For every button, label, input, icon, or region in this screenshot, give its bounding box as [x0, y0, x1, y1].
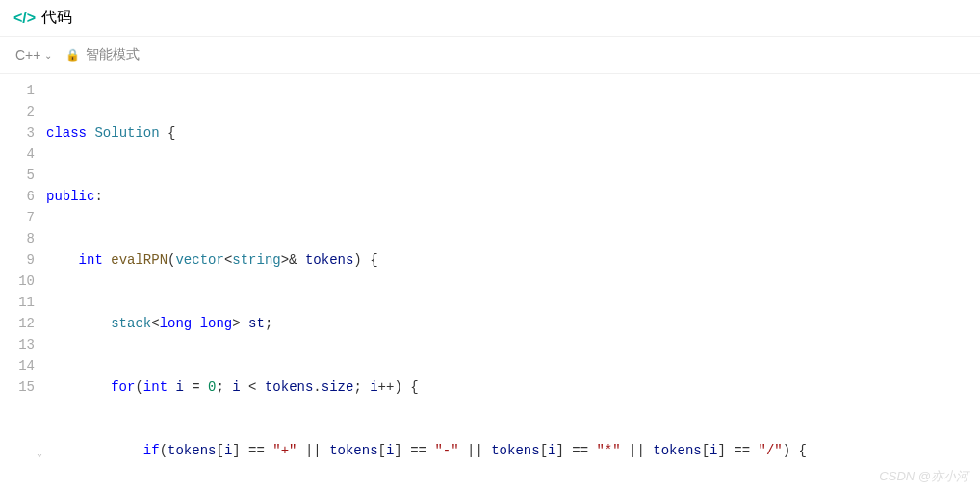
code-line: int evalRPN(vector<string>& tokens) { — [46, 249, 980, 271]
code-icon: </> — [13, 10, 36, 27]
code-line: public: — [46, 186, 980, 207]
toolbar: C++ ⌄ 🔒 智能模式 — [0, 37, 980, 74]
code-line: for(int i = 0; i < tokens.size; i++) { — [46, 376, 980, 398]
header-bar: </> 代码 — [0, 0, 980, 37]
fold-icon[interactable]: ⌄ — [37, 444, 42, 465]
code-line: stack<long long> st; — [46, 313, 980, 334]
header-title: 代码 — [41, 8, 72, 28]
language-selector[interactable]: C++ ⌄ — [15, 47, 52, 63]
language-label: C++ — [15, 47, 40, 63]
code-line: ⌄ if(tokens[i] == "+" || tokens[i] == "-… — [46, 440, 980, 461]
line-gutter: 1 2 3 4 5 6 7 8 9 10 11 12 13 14 15 — [0, 80, 46, 491]
code-area[interactable]: class Solution { public: int evalRPN(vec… — [46, 80, 980, 491]
mode-label: 智能模式 — [86, 46, 140, 64]
mode-indicator: 🔒 智能模式 — [65, 46, 140, 64]
code-line: class Solution { — [46, 122, 980, 143]
code-editor[interactable]: 1 2 3 4 5 6 7 8 9 10 11 12 13 14 15 clas… — [0, 74, 980, 491]
lock-icon: 🔒 — [65, 48, 80, 62]
chevron-down-icon: ⌄ — [44, 50, 52, 61]
